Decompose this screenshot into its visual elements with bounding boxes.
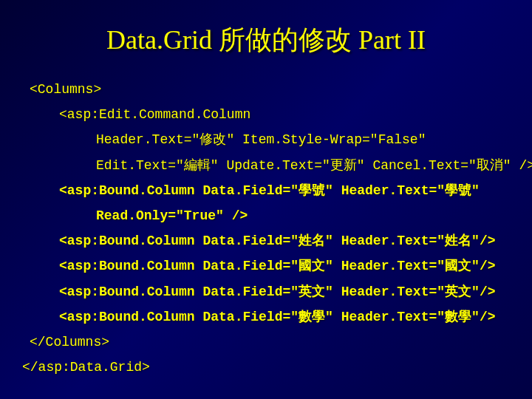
code-line: <asp:Edit.Command.Column: [59, 102, 502, 127]
code-line: <asp:Bound.Column Data.Field="姓名" Header…: [59, 228, 502, 253]
code-line: <asp:Bound.Column Data.Field="英文" Header…: [59, 279, 502, 304]
code-line: Read.Only="True" />: [96, 203, 502, 228]
slide-title: Data.Grid 所做的修改 Part II: [30, 22, 502, 58]
code-block: <Columns> <asp:Edit.Command.Column Heade…: [30, 77, 502, 380]
code-line: <Columns>: [30, 77, 502, 102]
code-line: <asp:Bound.Column Data.Field="國文" Header…: [59, 253, 502, 279]
code-line: Header.Text="修改" Item.Style-Wrap="False": [96, 127, 502, 152]
code-line: <asp:Bound.Column Data.Field="學號" Header…: [59, 178, 502, 203]
code-line: Edit.Text="編輯" Update.Text="更新" Cancel.T…: [96, 153, 502, 178]
code-line: </asp:Data.Grid>: [22, 355, 502, 380]
code-line: <asp:Bound.Column Data.Field="數學" Header…: [59, 304, 502, 330]
code-line: </Columns>: [30, 330, 502, 355]
slide: Data.Grid 所做的修改 Part II <Columns> <asp:E…: [0, 0, 532, 399]
